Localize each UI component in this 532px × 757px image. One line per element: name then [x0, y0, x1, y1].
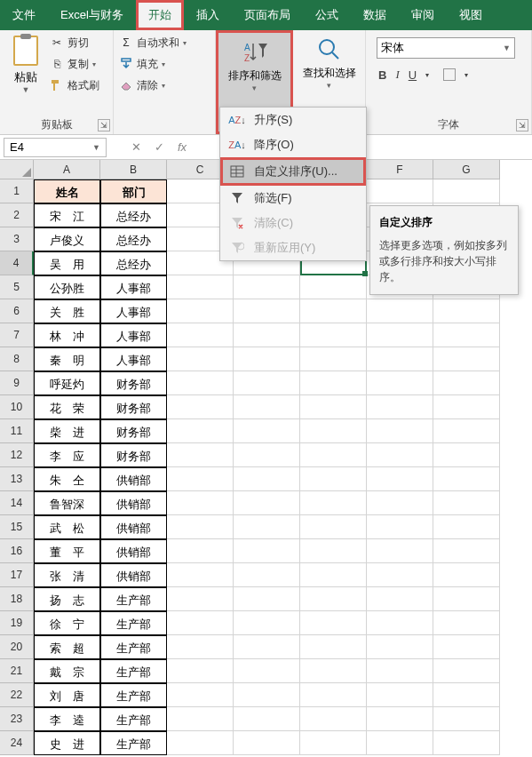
menu-文件[interactable]: 文件: [0, 0, 48, 30]
cell[interactable]: 生产部: [100, 635, 167, 659]
cell[interactable]: 人事部: [100, 299, 167, 323]
row-header-19[interactable]: 19: [0, 611, 34, 635]
cell[interactable]: [234, 371, 300, 395]
cell[interactable]: 李 逵: [34, 707, 100, 731]
menu-公式[interactable]: 公式: [303, 0, 351, 30]
cell[interactable]: 徐 宁: [34, 611, 100, 635]
cell[interactable]: [367, 539, 433, 563]
cell[interactable]: 史 进: [34, 731, 100, 755]
cell[interactable]: [167, 491, 234, 515]
bold-button[interactable]: B: [378, 68, 386, 82]
cell[interactable]: 供销部: [100, 467, 167, 491]
cell[interactable]: 生产部: [100, 707, 167, 731]
row-header-2[interactable]: 2: [0, 203, 34, 227]
cell[interactable]: [367, 179, 433, 203]
cell[interactable]: [367, 683, 433, 707]
menu-开始[interactable]: 开始: [136, 0, 184, 30]
cell[interactable]: [300, 371, 367, 395]
cell[interactable]: [234, 347, 300, 371]
menu-页面布局[interactable]: 页面布局: [232, 0, 303, 30]
row-header-18[interactable]: 18: [0, 587, 34, 611]
cell[interactable]: [300, 275, 367, 299]
cell[interactable]: [300, 515, 367, 539]
cell[interactable]: [433, 299, 500, 323]
cell[interactable]: 索 超: [34, 635, 100, 659]
cancel-formula-button[interactable]: ✕: [124, 140, 147, 154]
cell[interactable]: [234, 491, 300, 515]
cell[interactable]: [234, 563, 300, 587]
cell[interactable]: [167, 443, 234, 467]
cell[interactable]: 供销部: [100, 491, 167, 515]
cell[interactable]: [433, 611, 500, 635]
row-header-11[interactable]: 11: [0, 419, 34, 443]
cell[interactable]: 公孙胜: [34, 275, 100, 299]
cell[interactable]: [433, 635, 500, 659]
cell[interactable]: 财务部: [100, 443, 167, 467]
cell[interactable]: [433, 395, 500, 419]
cell[interactable]: [367, 347, 433, 371]
cell[interactable]: [167, 587, 234, 611]
menu-插入[interactable]: 插入: [184, 0, 232, 30]
cell[interactable]: [167, 611, 234, 635]
cell[interactable]: [234, 683, 300, 707]
cell[interactable]: [433, 371, 500, 395]
cell[interactable]: [433, 179, 500, 203]
cell[interactable]: [234, 707, 300, 731]
sort-desc-item[interactable]: ZA↓ 降序(O): [220, 132, 366, 157]
cell[interactable]: [433, 587, 500, 611]
row-header-14[interactable]: 14: [0, 491, 34, 515]
cell[interactable]: [433, 563, 500, 587]
cell[interactable]: 宋 江: [34, 203, 100, 227]
row-header-22[interactable]: 22: [0, 683, 34, 707]
cell[interactable]: [300, 443, 367, 467]
sort-filter-button[interactable]: A Z 排序和筛选 ▾: [224, 35, 285, 115]
cell[interactable]: 生产部: [100, 731, 167, 755]
cell[interactable]: [367, 611, 433, 635]
cell[interactable]: [234, 467, 300, 491]
cell[interactable]: 人事部: [100, 323, 167, 347]
cell[interactable]: 柴 进: [34, 419, 100, 443]
cell[interactable]: [300, 659, 367, 683]
cell[interactable]: [167, 659, 234, 683]
cell[interactable]: [433, 659, 500, 683]
autosum-button[interactable]: Σ 自动求和 ▾: [119, 32, 210, 53]
menu-Excel与财务[interactable]: Excel与财务: [48, 0, 136, 30]
row-header-1[interactable]: 1: [0, 179, 34, 203]
cell[interactable]: [234, 539, 300, 563]
cell[interactable]: [234, 299, 300, 323]
cell[interactable]: 财务部: [100, 395, 167, 419]
cell[interactable]: [433, 491, 500, 515]
cell[interactable]: [300, 563, 367, 587]
cell[interactable]: [234, 635, 300, 659]
custom-sort-item[interactable]: 自定义排序(U)...: [220, 157, 366, 186]
cell[interactable]: [367, 563, 433, 587]
menu-审阅[interactable]: 审阅: [399, 0, 447, 30]
filter-item[interactable]: 筛选(F): [220, 186, 366, 211]
cell[interactable]: 部门: [100, 179, 167, 203]
cell[interactable]: 人事部: [100, 275, 167, 299]
cell[interactable]: [367, 515, 433, 539]
cell[interactable]: [433, 683, 500, 707]
cell[interactable]: [367, 323, 433, 347]
cell[interactable]: [167, 515, 234, 539]
cell[interactable]: [167, 395, 234, 419]
row-header-6[interactable]: 6: [0, 299, 34, 323]
cell[interactable]: [367, 659, 433, 683]
cell[interactable]: [367, 587, 433, 611]
cell[interactable]: [300, 587, 367, 611]
row-header-7[interactable]: 7: [0, 323, 34, 347]
cell[interactable]: 戴 宗: [34, 659, 100, 683]
cell[interactable]: [167, 419, 234, 443]
cell[interactable]: [234, 443, 300, 467]
find-select-button[interactable]: 查找和选择 ▾: [298, 32, 360, 112]
row-header-21[interactable]: 21: [0, 659, 34, 683]
cell[interactable]: [367, 443, 433, 467]
row-header-15[interactable]: 15: [0, 515, 34, 539]
cell[interactable]: 关 胜: [34, 299, 100, 323]
cell[interactable]: [300, 323, 367, 347]
cell[interactable]: [433, 323, 500, 347]
cell[interactable]: [433, 467, 500, 491]
cell[interactable]: 吴 用: [34, 251, 100, 275]
cell[interactable]: [167, 707, 234, 731]
cell[interactable]: [367, 731, 433, 755]
